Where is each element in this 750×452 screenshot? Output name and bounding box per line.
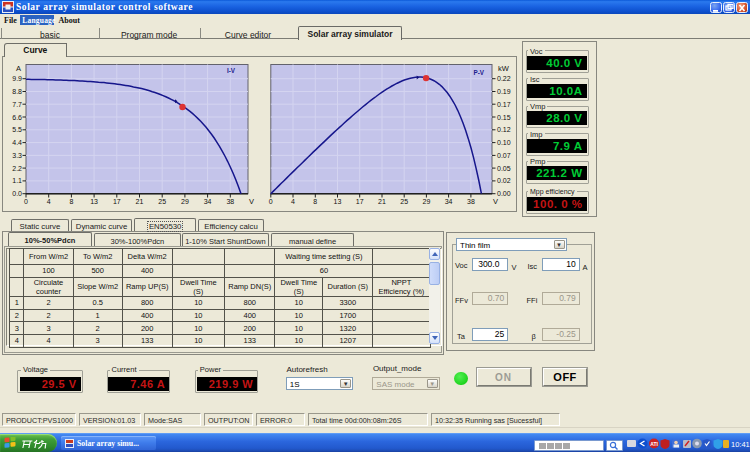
svg-text:V: V [493, 197, 498, 206]
svg-text:0.0: 0.0 [12, 190, 22, 197]
svg-text:0: 0 [24, 198, 28, 205]
svg-text:29: 29 [181, 198, 189, 205]
svg-text:38: 38 [226, 198, 234, 205]
svg-text:38: 38 [467, 198, 475, 205]
svg-text:7.7: 7.7 [12, 101, 22, 108]
svg-text:0.10: 0.10 [497, 139, 511, 146]
svg-text:4: 4 [291, 198, 295, 205]
svg-text:29: 29 [423, 198, 431, 205]
svg-text:3.3: 3.3 [12, 152, 22, 159]
svg-text:ATI: ATI [650, 440, 658, 446]
svg-text:0.17: 0.17 [497, 101, 511, 108]
svg-text:6.6: 6.6 [12, 114, 22, 121]
svg-text:8: 8 [69, 198, 73, 205]
svg-text:4: 4 [47, 198, 51, 205]
svg-text:0.02: 0.02 [497, 177, 511, 184]
svg-text:kW: kW [498, 64, 510, 73]
svg-text:8.8: 8.8 [12, 88, 22, 95]
svg-text:34: 34 [204, 198, 212, 205]
svg-text:V: V [249, 197, 254, 206]
svg-text:13: 13 [334, 198, 342, 205]
svg-text:0.00: 0.00 [497, 190, 511, 197]
svg-text:25: 25 [158, 198, 166, 205]
svg-text:0.15: 0.15 [497, 114, 511, 121]
svg-text:13: 13 [90, 198, 98, 205]
svg-text:0.12: 0.12 [497, 126, 511, 133]
svg-text:0.05: 0.05 [497, 165, 511, 172]
svg-text:1.1: 1.1 [12, 177, 22, 184]
svg-text:0.22: 0.22 [497, 75, 511, 82]
svg-text:34: 34 [445, 198, 453, 205]
svg-text:A: A [16, 64, 21, 73]
svg-text:I-V: I-V [227, 67, 236, 74]
svg-text:5.5: 5.5 [12, 126, 22, 133]
svg-text:8: 8 [313, 198, 317, 205]
svg-text:25: 25 [400, 198, 408, 205]
svg-text:0: 0 [269, 198, 273, 205]
svg-text:9.9: 9.9 [12, 75, 22, 82]
svg-text:4.4: 4.4 [12, 139, 22, 146]
svg-text:17: 17 [113, 198, 121, 205]
svg-text:0.19: 0.19 [497, 88, 511, 95]
svg-text:P-V: P-V [474, 69, 485, 76]
svg-text:21: 21 [378, 198, 386, 205]
svg-text:2.2: 2.2 [12, 165, 22, 172]
svg-text:17: 17 [356, 198, 364, 205]
svg-text:0.07: 0.07 [497, 152, 511, 159]
svg-text:21: 21 [136, 198, 144, 205]
